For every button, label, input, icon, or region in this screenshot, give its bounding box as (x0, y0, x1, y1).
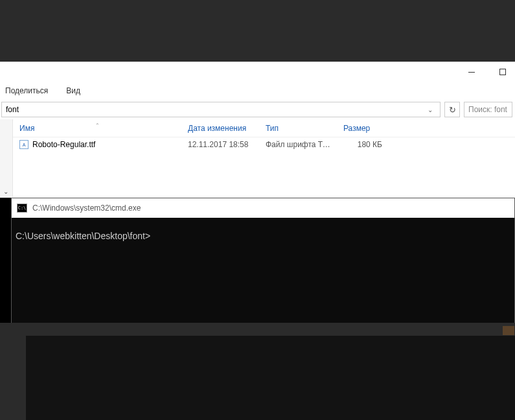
file-name: Roboto-Regular.ttf (32, 140, 95, 149)
explorer-titlebar (0, 62, 515, 82)
column-header-date[interactable]: Дата изменения (181, 124, 259, 133)
file-name-cell: A Roboto-Regular.ttf (13, 140, 181, 149)
ribbon-tab-view[interactable]: Вид (66, 86, 80, 95)
minimize-icon (468, 72, 475, 73)
refresh-icon: ↻ (449, 105, 456, 115)
ribbon-tab-share[interactable]: Поделиться (5, 86, 48, 95)
maximize-button[interactable] (493, 65, 512, 78)
explorer-window: Поделиться Вид font ⌄ ↻ Поиск: font ⌄ ⌃ … (0, 62, 515, 198)
cmd-window: C:\ C:\Windows\system32\cmd.exe C:\Users… (11, 198, 515, 336)
column-header-name[interactable]: ⌃ Имя (13, 124, 181, 133)
cmd-prompt: C:\Users\webkitten\Desktop\font> (16, 231, 150, 241)
cmd-terminal[interactable]: C:\Users\webkitten\Desktop\font> (12, 218, 514, 335)
editor-gutter (0, 336, 26, 420)
address-dropdown-icon[interactable]: ⌄ (424, 106, 436, 113)
column-header-size[interactable]: Размер (337, 124, 389, 133)
column-headers: ⌃ Имя Дата изменения Тип Размер (13, 119, 515, 137)
file-date: 12.11.2017 18:58 (181, 140, 259, 149)
file-type: Файл шрифта Tru... (259, 140, 337, 149)
cmd-title-text: C:\Windows\system32\cmd.exe (32, 204, 141, 213)
refresh-button[interactable]: ↻ (444, 102, 460, 117)
explorer-content: ⌄ ⌃ Имя Дата изменения Тип Размер A Robo… (0, 119, 515, 197)
cmd-icon: C:\ (17, 204, 27, 213)
cmd-titlebar[interactable]: C:\ C:\Windows\system32\cmd.exe (12, 198, 514, 218)
scroll-indicator (503, 326, 514, 335)
editor-area[interactable] (26, 336, 515, 420)
nav-pane[interactable]: ⌄ (0, 119, 13, 197)
column-name-label: Имя (19, 124, 34, 133)
font-file-icon: A (19, 140, 29, 149)
table-row[interactable]: A Roboto-Regular.ttf 12.11.2017 18:58 Фа… (13, 137, 515, 152)
search-input[interactable]: Поиск: font (464, 102, 512, 117)
background-top (0, 0, 515, 62)
sort-indicator-icon: ⌃ (95, 122, 100, 128)
maximize-icon (499, 69, 506, 75)
address-row: font ⌄ ↻ Поиск: font (0, 100, 515, 119)
address-path: font (6, 105, 424, 114)
search-placeholder: Поиск: font (468, 105, 507, 114)
address-bar[interactable]: font ⌄ (1, 102, 441, 117)
minimize-button[interactable] (462, 65, 481, 78)
ribbon-tabs: Поделиться Вид (0, 82, 515, 100)
file-size: 180 КБ (337, 140, 389, 149)
chevron-down-icon[interactable]: ⌄ (3, 188, 8, 195)
background-mid-strip (0, 323, 515, 336)
file-list: ⌃ Имя Дата изменения Тип Размер A Roboto… (13, 119, 515, 197)
column-header-type[interactable]: Тип (259, 124, 337, 133)
